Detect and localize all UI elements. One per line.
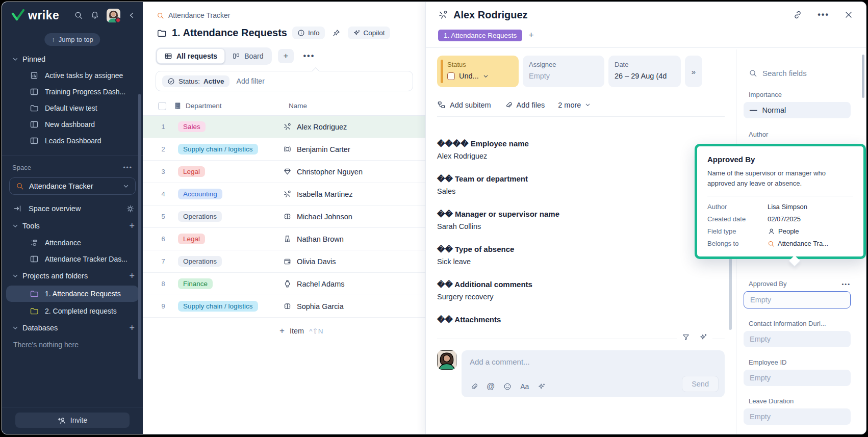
logo-text: wrike — [28, 9, 59, 22]
sidebar-section-tools[interactable]: Tools + — [2, 217, 143, 235]
invite-button[interactable]: Invite — [15, 413, 130, 428]
add-filter-button[interactable]: Add filter — [237, 77, 265, 85]
add-database-button[interactable]: + — [129, 323, 135, 332]
table-row[interactable]: 5 Operations Michael Johnson — [143, 205, 425, 228]
approved-by-tooltip-highlight: Approved By Name of the supervisor or ma… — [695, 144, 866, 259]
sidebar-item-training-dashboard[interactable]: Training Progress Dash... — [2, 84, 143, 100]
task-description[interactable]: ���� Employee nameAlex Rodriguez �� Team… — [437, 139, 736, 324]
project-tag[interactable]: 1. Attendance Requests — [438, 30, 522, 41]
comment-input[interactable] — [470, 357, 643, 366]
sidebar-item-attendance-requests[interactable]: 1. Attendance Requests — [6, 286, 139, 302]
info-icon — [297, 29, 305, 37]
sidebar-item-default-view-test[interactable]: Default view test — [2, 100, 143, 116]
select-all-checkbox[interactable] — [158, 102, 166, 110]
table-row[interactable]: 6 Legal Nathan Brown — [143, 228, 425, 250]
more-actions-button[interactable]: 2 more — [558, 101, 591, 109]
add-view-button[interactable]: + — [278, 49, 294, 63]
department-badge[interactable]: Finance — [178, 278, 213, 289]
add-files-button[interactable]: Add files — [504, 101, 545, 109]
wrike-logo[interactable]: wrike — [11, 9, 67, 22]
emoji-icon[interactable] — [503, 382, 512, 391]
table-row[interactable]: 3 Legal Christopher Nguyen — [143, 161, 425, 183]
sparkle-icon[interactable] — [699, 333, 707, 341]
column-header-name[interactable]: Name — [289, 102, 307, 110]
importance-value[interactable]: — Normal — [744, 102, 851, 118]
department-badge[interactable]: Accounting — [178, 189, 222, 199]
table-row[interactable]: 8 Finance Rachel Adams — [143, 273, 425, 295]
filter-comments-icon[interactable] — [682, 333, 690, 341]
sparkle-icon[interactable] — [538, 382, 546, 391]
sidebar-item-completed-requests[interactable]: 2. Completed requests — [2, 303, 143, 319]
department-badge[interactable]: Operations — [178, 256, 222, 267]
field-importance: Importance — Normal — [736, 91, 866, 118]
sidebar-item-leads-dashboard[interactable]: Leads Dashboard — [2, 133, 143, 149]
task-detail-panel: Alex Rodriguez ••• 1. Attendance Request… — [425, 2, 866, 434]
tab-all-requests[interactable]: All requests — [157, 48, 225, 64]
sidebar-item-attendance-tracker-dashboard[interactable]: Attendance Tracker Das... — [2, 251, 143, 267]
status-card[interactable]: Status Und... — [437, 56, 519, 87]
table-row[interactable]: 1 Sales Alex Rodriguez — [143, 116, 425, 138]
table-row[interactable]: 4 Accounting Isabella Martinez — [143, 183, 425, 205]
copy-link-icon[interactable] — [791, 8, 804, 21]
up-arrow-icon: ↑ — [52, 36, 55, 43]
add-project-button[interactable]: + — [129, 271, 135, 280]
department-badge[interactable]: Legal — [178, 234, 205, 244]
department-badge[interactable]: Sales — [178, 121, 206, 132]
tab-board[interactable]: Board — [225, 48, 270, 64]
sidebar-item-space-overview[interactable]: Space overview — [2, 200, 143, 217]
jump-to-top-button[interactable]: ↑ Jump to top — [44, 33, 100, 46]
status-checkbox[interactable] — [447, 72, 455, 80]
table-row[interactable]: 7 Operations Olivia Davis — [143, 250, 425, 273]
department-badge[interactable]: Supply chain / logistics — [178, 144, 258, 155]
approved-by-input[interactable]: Empty — [744, 291, 851, 309]
sidebar-section-pinned[interactable]: Pinned — [2, 51, 143, 67]
sidebar-item-attendance[interactable]: Attendance — [2, 235, 143, 251]
task-more-menu[interactable]: ••• — [814, 10, 832, 19]
sidebar-section-projects[interactable]: Projects and folders + — [2, 267, 143, 285]
sidebar-scrollbar[interactable] — [138, 94, 141, 379]
comment-box[interactable]: @ Aa Send — [462, 350, 725, 397]
sidebar-item-active-tasks[interactable]: Active tasks by assignee — [2, 67, 143, 84]
space-menu-icon[interactable]: ••• — [123, 164, 133, 171]
search-icon[interactable] — [74, 11, 83, 20]
add-tool-button[interactable]: + — [129, 221, 135, 230]
collapse-sidebar-icon[interactable] — [127, 11, 136, 19]
close-icon[interactable] — [843, 9, 855, 21]
folder-icon — [30, 289, 39, 298]
gear-icon[interactable] — [126, 204, 135, 213]
add-item-button[interactable]: + Item ^⇧N — [279, 326, 425, 336]
notifications-bell-icon[interactable] — [90, 11, 99, 20]
pin-icon[interactable] — [330, 27, 343, 39]
field-menu-icon[interactable]: ••• — [841, 281, 851, 287]
space-selector[interactable]: Attendance Tracker — [9, 177, 136, 195]
table-row[interactable]: 9 Supply chain / logistics Sophia Garcia — [143, 295, 425, 318]
assignee-card[interactable]: Assignee Empty — [523, 56, 604, 87]
leave-duration-input[interactable]: Empty — [744, 408, 851, 425]
add-subitem-button[interactable]: Add subitem — [437, 100, 491, 109]
send-button[interactable]: Send — [682, 376, 719, 392]
copilot-button[interactable]: Copilot — [348, 27, 390, 39]
attach-file-icon[interactable] — [470, 382, 478, 391]
department-badge[interactable]: Operations — [178, 211, 222, 222]
department-badge[interactable]: Legal — [178, 166, 205, 177]
info-button[interactable]: Info — [292, 27, 325, 39]
mention-icon[interactable]: @ — [487, 382, 495, 391]
expand-fields-button[interactable]: » — [685, 56, 702, 87]
status-filter-chip[interactable]: Status: Active — [162, 75, 229, 87]
scrollbar[interactable] — [862, 55, 864, 98]
view-more-menu[interactable]: ••• — [300, 52, 318, 61]
column-header-department[interactable]: Department — [186, 102, 222, 110]
department-badge[interactable]: Supply chain / logistics — [178, 301, 258, 312]
table-row[interactable]: 2 Supply chain / logistics Benjamin Cart… — [143, 138, 425, 161]
breadcrumb[interactable]: Attendance Tracker — [143, 11, 425, 19]
date-card[interactable]: Date 26 – 29 Aug (4d — [608, 56, 681, 87]
text-format-icon[interactable]: Aa — [520, 382, 529, 391]
sidebar-section-databases[interactable]: Databases + — [2, 319, 143, 337]
employee-id-input[interactable]: Empty — [744, 370, 851, 386]
contact-information-input[interactable]: Empty — [744, 331, 851, 347]
user-avatar[interactable] — [107, 9, 120, 22]
search-fields-input[interactable] — [762, 69, 864, 78]
add-tag-button[interactable]: + — [528, 30, 534, 41]
dashboard-icon — [30, 136, 39, 145]
sidebar-item-new-dashboard[interactable]: New dashboard — [2, 116, 143, 133]
